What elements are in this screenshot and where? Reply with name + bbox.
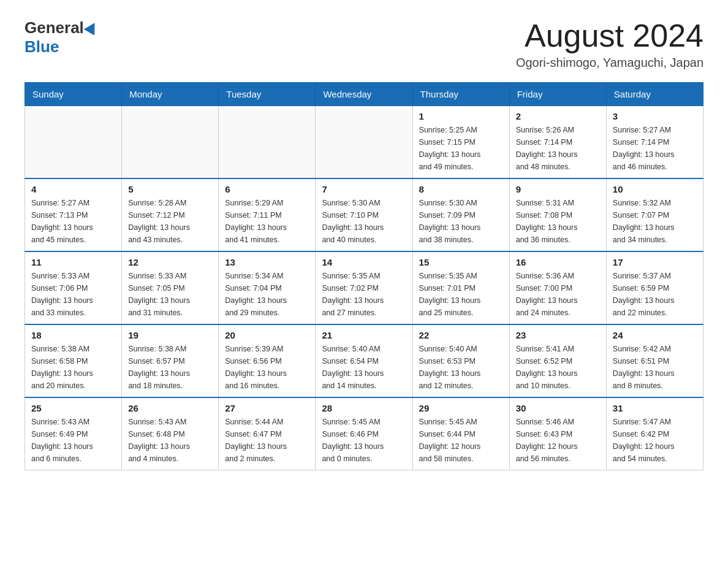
calendar-week-row: 4Sunrise: 5:27 AM Sunset: 7:13 PM Daylig… bbox=[25, 178, 703, 251]
calendar-cell bbox=[316, 106, 412, 179]
day-number: 18 bbox=[31, 330, 115, 340]
day-number: 15 bbox=[419, 257, 503, 267]
day-number: 11 bbox=[31, 257, 115, 267]
day-info: Sunrise: 5:47 AM Sunset: 6:42 PM Dayligh… bbox=[613, 416, 697, 465]
day-info: Sunrise: 5:43 AM Sunset: 6:49 PM Dayligh… bbox=[31, 416, 115, 465]
calendar-week-row: 1Sunrise: 5:25 AM Sunset: 7:15 PM Daylig… bbox=[25, 106, 703, 179]
day-info: Sunrise: 5:36 AM Sunset: 7:00 PM Dayligh… bbox=[516, 270, 600, 319]
day-info: Sunrise: 5:43 AM Sunset: 6:48 PM Dayligh… bbox=[128, 416, 212, 465]
day-number: 5 bbox=[128, 184, 212, 194]
calendar-cell: 2Sunrise: 5:26 AM Sunset: 7:14 PM Daylig… bbox=[509, 106, 606, 179]
weekday-header-wednesday: Wednesday bbox=[316, 83, 412, 106]
day-info: Sunrise: 5:39 AM Sunset: 6:56 PM Dayligh… bbox=[225, 343, 309, 392]
weekday-header-thursday: Thursday bbox=[412, 83, 509, 106]
day-info: Sunrise: 5:28 AM Sunset: 7:12 PM Dayligh… bbox=[128, 197, 212, 246]
page-header: General Blue August 2024 Ogori-shimogo, … bbox=[25, 18, 703, 70]
day-info: Sunrise: 5:27 AM Sunset: 7:14 PM Dayligh… bbox=[613, 124, 697, 173]
day-info: Sunrise: 5:34 AM Sunset: 7:04 PM Dayligh… bbox=[225, 270, 309, 319]
day-info: Sunrise: 5:42 AM Sunset: 6:51 PM Dayligh… bbox=[613, 343, 697, 392]
calendar-cell: 6Sunrise: 5:29 AM Sunset: 7:11 PM Daylig… bbox=[219, 178, 316, 251]
day-number: 28 bbox=[322, 403, 406, 413]
day-info: Sunrise: 5:45 AM Sunset: 6:46 PM Dayligh… bbox=[322, 416, 406, 465]
day-number: 3 bbox=[613, 111, 697, 121]
calendar-cell: 16Sunrise: 5:36 AM Sunset: 7:00 PM Dayli… bbox=[509, 251, 606, 324]
day-number: 20 bbox=[225, 330, 309, 340]
day-number: 31 bbox=[613, 403, 697, 413]
calendar-cell: 8Sunrise: 5:30 AM Sunset: 7:09 PM Daylig… bbox=[412, 178, 509, 251]
calendar-cell bbox=[219, 106, 316, 179]
calendar-cell bbox=[25, 106, 122, 179]
day-number: 4 bbox=[31, 184, 115, 194]
calendar-cell: 3Sunrise: 5:27 AM Sunset: 7:14 PM Daylig… bbox=[606, 106, 703, 179]
day-number: 17 bbox=[613, 257, 697, 267]
day-number: 9 bbox=[516, 184, 600, 194]
logo-triangle-icon bbox=[84, 20, 100, 36]
calendar-cell: 26Sunrise: 5:43 AM Sunset: 6:48 PM Dayli… bbox=[122, 397, 219, 470]
day-number: 12 bbox=[128, 257, 212, 267]
calendar-cell: 12Sunrise: 5:33 AM Sunset: 7:05 PM Dayli… bbox=[122, 251, 219, 324]
day-number: 29 bbox=[419, 403, 503, 413]
day-number: 22 bbox=[419, 330, 503, 340]
day-number: 6 bbox=[225, 184, 309, 194]
calendar-cell: 1Sunrise: 5:25 AM Sunset: 7:15 PM Daylig… bbox=[412, 106, 509, 179]
day-number: 30 bbox=[516, 403, 600, 413]
logo-general-text: General bbox=[25, 18, 84, 37]
calendar-cell: 15Sunrise: 5:35 AM Sunset: 7:01 PM Dayli… bbox=[412, 251, 509, 324]
day-info: Sunrise: 5:35 AM Sunset: 7:02 PM Dayligh… bbox=[322, 270, 406, 319]
day-number: 1 bbox=[419, 111, 503, 121]
calendar-cell: 17Sunrise: 5:37 AM Sunset: 6:59 PM Dayli… bbox=[606, 251, 703, 324]
day-number: 27 bbox=[225, 403, 309, 413]
day-number: 26 bbox=[128, 403, 212, 413]
calendar-table: SundayMondayTuesdayWednesdayThursdayFrid… bbox=[25, 82, 703, 470]
weekday-header-saturday: Saturday bbox=[606, 83, 703, 106]
day-info: Sunrise: 5:35 AM Sunset: 7:01 PM Dayligh… bbox=[419, 270, 503, 319]
calendar-cell: 24Sunrise: 5:42 AM Sunset: 6:51 PM Dayli… bbox=[606, 324, 703, 397]
calendar-week-row: 18Sunrise: 5:38 AM Sunset: 6:58 PM Dayli… bbox=[25, 324, 703, 397]
calendar-cell: 27Sunrise: 5:44 AM Sunset: 6:47 PM Dayli… bbox=[219, 397, 316, 470]
calendar-cell bbox=[122, 106, 219, 179]
day-info: Sunrise: 5:29 AM Sunset: 7:11 PM Dayligh… bbox=[225, 197, 309, 246]
calendar-cell: 11Sunrise: 5:33 AM Sunset: 7:06 PM Dayli… bbox=[25, 251, 122, 324]
calendar-cell: 19Sunrise: 5:38 AM Sunset: 6:57 PM Dayli… bbox=[122, 324, 219, 397]
day-info: Sunrise: 5:31 AM Sunset: 7:08 PM Dayligh… bbox=[516, 197, 600, 246]
weekday-header-tuesday: Tuesday bbox=[219, 83, 316, 106]
calendar-cell: 20Sunrise: 5:39 AM Sunset: 6:56 PM Dayli… bbox=[219, 324, 316, 397]
day-info: Sunrise: 5:25 AM Sunset: 7:15 PM Dayligh… bbox=[419, 124, 503, 173]
calendar-cell: 31Sunrise: 5:47 AM Sunset: 6:42 PM Dayli… bbox=[606, 397, 703, 470]
calendar-week-row: 11Sunrise: 5:33 AM Sunset: 7:06 PM Dayli… bbox=[25, 251, 703, 324]
day-info: Sunrise: 5:40 AM Sunset: 6:53 PM Dayligh… bbox=[419, 343, 503, 392]
month-title: August 2024 bbox=[516, 18, 703, 53]
day-number: 24 bbox=[613, 330, 697, 340]
day-info: Sunrise: 5:44 AM Sunset: 6:47 PM Dayligh… bbox=[225, 416, 309, 465]
day-number: 13 bbox=[225, 257, 309, 267]
calendar-cell: 13Sunrise: 5:34 AM Sunset: 7:04 PM Dayli… bbox=[219, 251, 316, 324]
day-info: Sunrise: 5:40 AM Sunset: 6:54 PM Dayligh… bbox=[322, 343, 406, 392]
calendar-cell: 7Sunrise: 5:30 AM Sunset: 7:10 PM Daylig… bbox=[316, 178, 412, 251]
day-info: Sunrise: 5:41 AM Sunset: 6:52 PM Dayligh… bbox=[516, 343, 600, 392]
day-number: 2 bbox=[516, 111, 600, 121]
day-info: Sunrise: 5:27 AM Sunset: 7:13 PM Dayligh… bbox=[31, 197, 115, 246]
day-number: 21 bbox=[322, 330, 406, 340]
calendar-cell: 4Sunrise: 5:27 AM Sunset: 7:13 PM Daylig… bbox=[25, 178, 122, 251]
logo: General Blue bbox=[25, 18, 98, 56]
logo-blue-part bbox=[84, 22, 98, 34]
day-info: Sunrise: 5:45 AM Sunset: 6:44 PM Dayligh… bbox=[419, 416, 503, 465]
calendar-cell: 22Sunrise: 5:40 AM Sunset: 6:53 PM Dayli… bbox=[412, 324, 509, 397]
day-info: Sunrise: 5:30 AM Sunset: 7:10 PM Dayligh… bbox=[322, 197, 406, 246]
day-info: Sunrise: 5:33 AM Sunset: 7:06 PM Dayligh… bbox=[31, 270, 115, 319]
calendar-cell: 23Sunrise: 5:41 AM Sunset: 6:52 PM Dayli… bbox=[509, 324, 606, 397]
calendar-cell: 9Sunrise: 5:31 AM Sunset: 7:08 PM Daylig… bbox=[509, 178, 606, 251]
day-info: Sunrise: 5:38 AM Sunset: 6:57 PM Dayligh… bbox=[128, 343, 212, 392]
weekday-header-sunday: Sunday bbox=[25, 83, 122, 106]
location-subtitle: Ogori-shimogo, Yamaguchi, Japan bbox=[516, 56, 703, 70]
weekday-header-row: SundayMondayTuesdayWednesdayThursdayFrid… bbox=[25, 83, 703, 106]
day-info: Sunrise: 5:38 AM Sunset: 6:58 PM Dayligh… bbox=[31, 343, 115, 392]
day-number: 10 bbox=[613, 184, 697, 194]
day-info: Sunrise: 5:30 AM Sunset: 7:09 PM Dayligh… bbox=[419, 197, 503, 246]
calendar-week-row: 25Sunrise: 5:43 AM Sunset: 6:49 PM Dayli… bbox=[25, 397, 703, 470]
calendar-cell: 14Sunrise: 5:35 AM Sunset: 7:02 PM Dayli… bbox=[316, 251, 412, 324]
day-number: 25 bbox=[31, 403, 115, 413]
calendar-cell: 18Sunrise: 5:38 AM Sunset: 6:58 PM Dayli… bbox=[25, 324, 122, 397]
calendar-cell: 5Sunrise: 5:28 AM Sunset: 7:12 PM Daylig… bbox=[122, 178, 219, 251]
title-block: August 2024 Ogori-shimogo, Yamaguchi, Ja… bbox=[516, 18, 703, 70]
